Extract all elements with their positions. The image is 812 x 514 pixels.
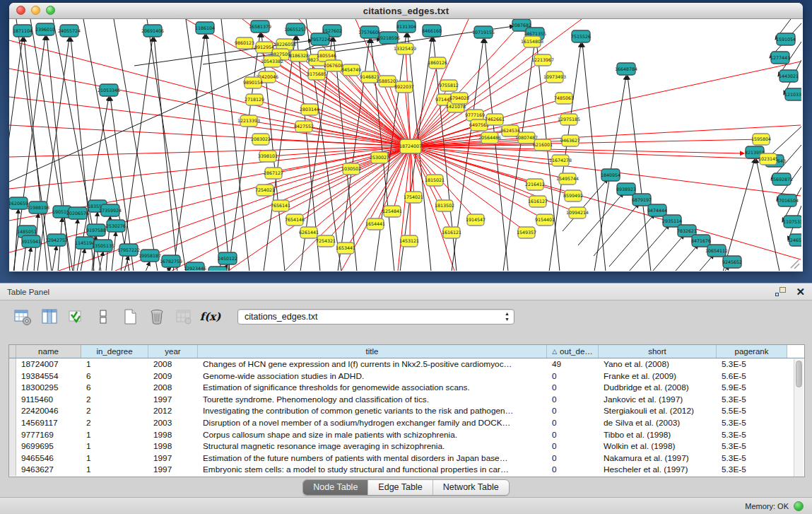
table-row[interactable]: 946362711997Embryonic stem cells: a mode…	[9, 464, 804, 476]
create-column-icon[interactable]	[120, 308, 139, 327]
node-table: namein_degreeyeartitle△out_de…shortpager…	[8, 344, 805, 477]
cell-out_degree: 0	[547, 452, 599, 465]
red-edge	[9, 40, 411, 146]
cell-year: 2012	[148, 405, 198, 417]
cell-in_degree: 2	[81, 417, 148, 429]
cell-title: Embryonic stem cells: a model to study s…	[198, 464, 547, 476]
tab-node-table[interactable]: Node Table	[303, 480, 368, 495]
cell-short: de Silva et al. (2003)	[599, 417, 717, 429]
node-label: 1485051	[17, 229, 37, 234]
close-window-button[interactable]	[16, 6, 25, 15]
node-label: 1914547	[466, 217, 486, 222]
node-label: 1815021	[425, 177, 445, 182]
node-label: 1254841	[382, 209, 402, 214]
node-label: 8186328	[289, 53, 309, 58]
cell-name: 22420046	[16, 405, 81, 417]
node-label: 9474444	[647, 208, 667, 213]
black-edge	[146, 262, 150, 271]
window-title: citations_edges.txt	[363, 6, 449, 16]
black-edge	[578, 193, 623, 245]
node-label: 3175685	[307, 71, 326, 76]
cell-year: 1997	[148, 394, 198, 406]
network-graph[interactable]: 1871104239601024055724206914061186104165…	[9, 19, 801, 271]
node-label: 9755812	[439, 83, 459, 88]
node-label: 8599492	[563, 193, 583, 198]
node-label: 2067608	[324, 63, 343, 68]
table-row[interactable]: 977716911998Corpus callosum shape and si…	[9, 429, 804, 441]
black-edge	[609, 214, 654, 267]
table-mode-icon[interactable]	[13, 308, 32, 327]
black-edge	[99, 252, 103, 271]
table-select-combo[interactable]: citations_edges.txt ▲▼	[237, 309, 514, 325]
window-titlebar[interactable]: citations_edges.txt	[9, 3, 803, 19]
memory-status-icon[interactable]	[794, 501, 804, 511]
table-row[interactable]: 911546021997Tourette syndrome. Phenomeno…	[9, 394, 804, 406]
node-label: 1443021	[779, 74, 799, 78]
table-row[interactable]: 2242004622012Investigating the contribut…	[9, 405, 804, 417]
cell-year: 2009	[148, 370, 198, 382]
column-header-in_degree[interactable]: in_degree	[81, 345, 148, 358]
float-panel-icon[interactable]	[775, 287, 786, 296]
column-header-out_degree[interactable]: △out_de…	[547, 345, 599, 358]
node-label: 2803144	[300, 107, 319, 112]
resize-grip[interactable]	[791, 260, 799, 269]
node-label: 9777169	[465, 112, 485, 117]
node-label: 20564486	[478, 135, 501, 140]
delete-table-icon[interactable]	[174, 308, 193, 327]
node-label: 1813502	[435, 203, 454, 208]
cell-in_degree: 2	[81, 394, 148, 406]
node-label: 7656141	[271, 203, 290, 208]
row-height-icon[interactable]	[93, 308, 112, 327]
table-row[interactable]: 946554611997Estimation of the future num…	[9, 452, 804, 465]
cell-in_degree: 1	[81, 358, 148, 370]
cell-in_degree: 2	[81, 405, 148, 417]
cell-title: Estimation of significance thresholds fo…	[198, 382, 547, 394]
table-row[interactable]: 1938455462009Genome-wide association stu…	[9, 370, 804, 382]
tab-edge-table[interactable]: Edge Table	[368, 480, 433, 495]
node-label: 1030502	[341, 166, 361, 171]
node-label: 12213967	[531, 57, 554, 62]
black-edge	[228, 33, 260, 271]
black-edge	[639, 235, 684, 271]
delete-columns-icon[interactable]	[147, 308, 166, 327]
node-label: 10543382	[261, 59, 283, 64]
cell-name: 9463627	[16, 464, 81, 476]
black-edge	[624, 225, 669, 271]
column-header-name[interactable]: name	[16, 345, 81, 358]
zoom-window-button[interactable]	[46, 6, 55, 15]
cell-title: Tourette syndrome. Phenomenology and cla…	[198, 394, 547, 406]
cell-out_degree: 0	[547, 464, 599, 476]
node-label: 2530276	[106, 223, 126, 228]
red-edge	[411, 146, 452, 233]
node-label: 2450122	[218, 256, 237, 261]
node-label: 17957222	[117, 247, 140, 252]
column-header-short[interactable]: short	[599, 345, 717, 358]
cell-year: 1998	[148, 440, 198, 452]
column-header-pagerank[interactable]: pagerank	[717, 345, 787, 358]
cell-short: Dudbridge et al. (2008)	[599, 382, 717, 394]
table-row[interactable]: 1456911722003Disruption of a novel membe…	[9, 417, 804, 429]
table-row[interactable]: 969969511998Structural magnetic resonanc…	[9, 440, 804, 452]
node-label: 20691406	[141, 28, 164, 33]
node-label: 12975185	[558, 117, 580, 122]
table-scrollbar-thumb[interactable]	[796, 361, 802, 387]
red-edge	[9, 146, 411, 252]
node-label: 7462661	[485, 117, 505, 122]
tab-network-table[interactable]: Network Table	[433, 480, 509, 495]
column-header-year[interactable]: year	[148, 345, 198, 358]
table-row[interactable]: 1830029562008Estimation of significance …	[9, 382, 804, 394]
node-label: 16581379	[249, 24, 271, 29]
function-builder-icon[interactable]: f(x)	[201, 308, 220, 327]
close-panel-icon[interactable]: ✕	[796, 287, 805, 296]
minimize-window-button[interactable]	[31, 6, 40, 15]
node-label: 10719155	[472, 30, 495, 35]
cell-title: Changes of HCN gene expression and I(f) …	[198, 358, 547, 370]
table-scrollbar[interactable]	[794, 359, 804, 477]
node-label: 9197588	[86, 228, 106, 233]
table-row[interactable]: 1872400712008Changes of HCN gene express…	[9, 358, 804, 370]
network-canvas[interactable]: 1871104239601024055724206914061186104165…	[9, 19, 801, 271]
table-header-row: namein_degreeyeartitle△out_de…shortpager…	[9, 345, 804, 358]
column-header-title[interactable]: title	[198, 345, 547, 358]
select-columns-icon[interactable]	[66, 308, 86, 327]
show-columns-icon[interactable]	[40, 308, 59, 327]
